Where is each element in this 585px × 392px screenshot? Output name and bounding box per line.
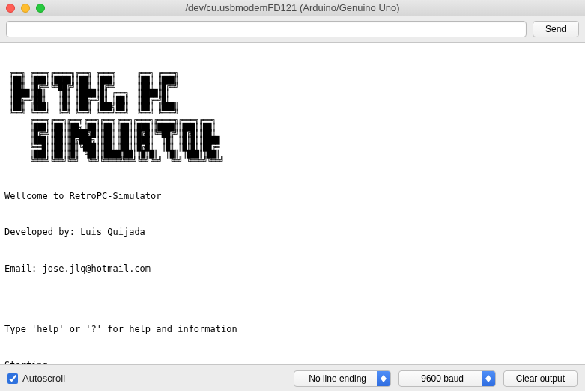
chevron-updown-icon xyxy=(482,371,495,386)
titlebar: /dev/cu.usbmodemFD121 (Arduino/Genuino U… xyxy=(0,0,585,16)
line-ending-value: No line ending xyxy=(302,373,377,384)
autoscroll-label: Autoscroll xyxy=(22,373,65,384)
console-output[interactable]: ╔══╗ ╔═══╗╔════╗╔══╗ ╔═══╗ ╔══╗ ╔═══╗ ║█… xyxy=(0,43,585,364)
ascii-art-banner: ╔══╗ ╔═══╗╔════╗╔══╗ ╔═══╗ ╔══╗ ╔═══╗ ║█… xyxy=(4,70,581,164)
console-line: Wellcome to RetroPC-Simulator xyxy=(4,190,581,202)
console-line: Type 'help' or '?' for help and informat… xyxy=(4,323,581,335)
clear-output-button[interactable]: Clear output xyxy=(503,370,578,387)
minimize-icon[interactable] xyxy=(21,4,30,13)
console-line: Starting... xyxy=(4,359,581,364)
console-line: Developed by: Luis Quijada xyxy=(4,226,581,238)
line-ending-select[interactable]: No line ending xyxy=(294,370,391,387)
window-title: /dev/cu.usbmodemFD121 (Arduino/Genuino U… xyxy=(0,2,585,13)
chevron-updown-icon xyxy=(377,371,390,386)
zoom-icon[interactable] xyxy=(36,4,45,13)
toolbar: Send xyxy=(0,16,585,43)
baud-value: 9600 baud xyxy=(407,373,482,384)
serial-input[interactable] xyxy=(6,21,527,37)
send-button[interactable]: Send xyxy=(533,21,579,37)
bottombar: Autoscroll No line ending 9600 baud Clea… xyxy=(0,364,585,391)
traffic-lights xyxy=(0,4,45,13)
autoscroll-input[interactable] xyxy=(7,373,18,384)
close-icon[interactable] xyxy=(6,4,15,13)
baud-select[interactable]: 9600 baud xyxy=(398,370,496,387)
console-line: Email: jose.jlq@hotmail.com xyxy=(4,263,581,275)
autoscroll-checkbox[interactable]: Autoscroll xyxy=(7,373,65,384)
